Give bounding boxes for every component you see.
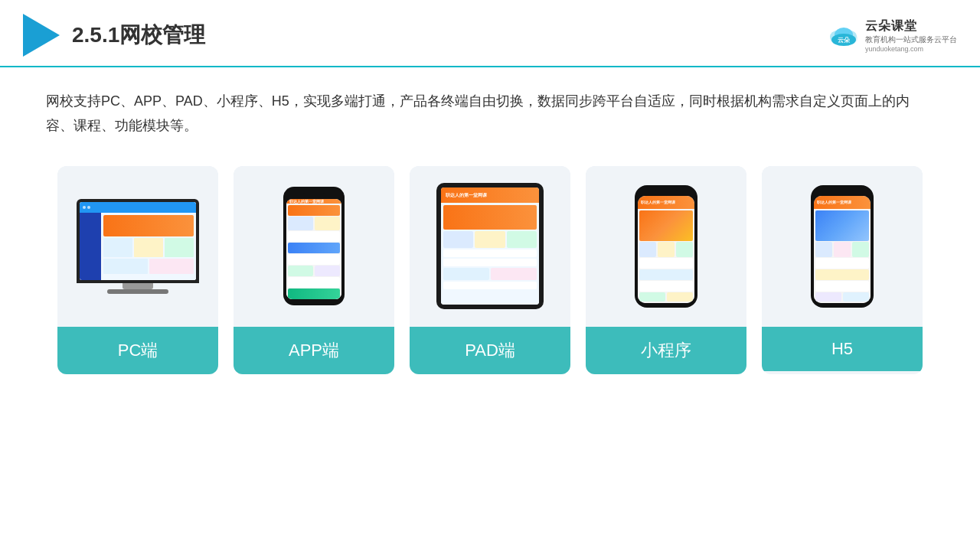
header-right: 云朵 云朵课堂 教育机构一站式服务云平台 yunduoketang.com xyxy=(827,18,957,53)
pc-screen xyxy=(80,202,196,280)
mini-phone-device: 职达人的第一堂网课 xyxy=(635,185,697,308)
card-mini: 职达人的第一堂网课 xyxy=(586,166,746,374)
header-left: 2.5.1网校管理 xyxy=(23,14,205,57)
app-phone-body: 职达人的第一堂网课 xyxy=(283,187,345,305)
card-pc: PC端 xyxy=(57,166,218,374)
content: 网校支持PC、APP、PAD、小程序、H5，实现多端打通，产品各终端自由切换，数… xyxy=(0,67,980,390)
card-mini-label: 小程序 xyxy=(586,327,746,374)
brand-logo: 云朵 云朵课堂 教育机构一站式服务云平台 yunduoketang.com xyxy=(827,18,957,53)
card-mini-image: 职达人的第一堂网课 xyxy=(586,166,746,327)
card-pad-image: 职达人的第一堂网课 xyxy=(410,166,570,327)
pc-monitor xyxy=(77,199,199,283)
card-app-label: APP端 xyxy=(234,327,394,374)
card-h5-image: 职达人的第一堂网课 xyxy=(762,166,923,327)
card-app-image: 职达人的第一堂网课 xyxy=(234,166,394,327)
tablet-device: 职达人的第一堂网课 xyxy=(436,183,544,309)
svg-text:云朵: 云朵 xyxy=(838,37,851,44)
description-text: 网校支持PC、APP、PAD、小程序、H5，实现多端打通，产品各终端自由切换，数… xyxy=(46,89,934,139)
card-pc-label: PC端 xyxy=(57,327,218,374)
brand-tagline: 教育机构一站式服务云平台 xyxy=(865,34,957,45)
card-h5-label: H5 xyxy=(762,327,923,371)
brand-domain: yunduoketang.com xyxy=(865,45,923,53)
card-app: 职达人的第一堂网课 xyxy=(234,166,394,374)
pc-device xyxy=(77,199,199,294)
card-pad: 职达人的第一堂网课 xyxy=(410,166,570,374)
brand-text: 云朵课堂 教育机构一站式服务云平台 yunduoketang.com xyxy=(865,18,957,53)
card-pc-image xyxy=(57,166,218,327)
logo-triangle-icon xyxy=(23,14,60,57)
page-title: 2.5.1网校管理 xyxy=(72,21,205,50)
card-h5: 职达人的第一堂网课 xyxy=(762,166,923,374)
mini-phone-body: 职达人的第一堂网课 xyxy=(635,185,697,308)
app-phone-device: 职达人的第一堂网课 xyxy=(283,187,345,305)
card-pad-label: PAD端 xyxy=(410,327,570,374)
h5-phone-body: 职达人的第一堂网课 xyxy=(811,185,874,308)
brand-name: 云朵课堂 xyxy=(865,18,917,34)
cards-container: PC端 职达人的第一堂网课 xyxy=(46,166,934,374)
cloud-icon: 云朵 xyxy=(827,23,861,47)
tablet-body: 职达人的第一堂网课 xyxy=(436,183,544,309)
h5-phone-device: 职达人的第一堂网课 xyxy=(811,185,874,308)
header: 2.5.1网校管理 云朵 云朵课堂 教育机构一站式服务云平台 yunduoket… xyxy=(0,0,980,67)
